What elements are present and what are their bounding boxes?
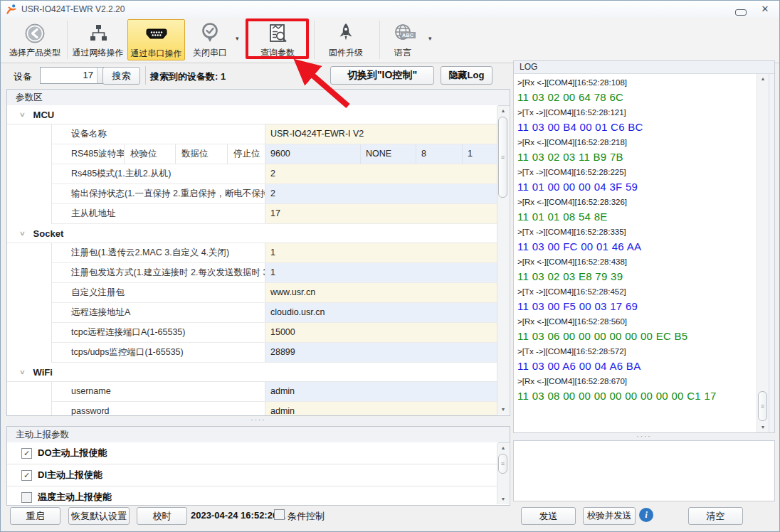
app-logo-icon — [6, 4, 17, 15]
param-value-input[interactable]: 9600 — [265, 144, 361, 164]
clear-button[interactable]: 清空 — [688, 507, 743, 525]
annotation-highlight-box — [246, 18, 309, 59]
param-value-input[interactable]: NONE — [361, 144, 416, 164]
param-label: 自定义注册包 — [52, 283, 265, 302]
section-title: Socket — [33, 228, 64, 239]
scroll-down-icon[interactable]: ▼ — [497, 494, 509, 504]
param-value-input[interactable]: admin — [265, 402, 498, 415]
tree-expanded-icon[interactable]: ∨ — [19, 368, 26, 376]
param-label: 输出保持状态(1.一直保持 2.重启保持，断电不保持 3.不 — [52, 184, 265, 203]
condition-control-checkbox[interactable] — [274, 509, 285, 520]
chevron-down-icon[interactable]: ▾ — [428, 35, 432, 42]
hide-log-button[interactable]: 隐藏Log — [441, 66, 492, 85]
toolbar-button-firmware-upgrade[interactable]: 固件升级 — [318, 19, 374, 60]
scroll-up-icon[interactable]: ▲ — [497, 443, 509, 453]
param-row: 主从机地址 17 — [51, 204, 498, 224]
param-row: 注册包(1.透传云2.MAC 3.自定义 4.关闭) 1 — [51, 243, 498, 263]
log-meta: >[Rx <-][COM4][16:52:28:108] — [517, 76, 756, 89]
scroll-down-icon[interactable]: ▼ — [497, 405, 509, 415]
param-label: RS485波特率 — [52, 144, 125, 164]
info-icon[interactable]: i — [639, 508, 653, 522]
toolbar-button-label: 通过网络操作 — [73, 48, 124, 58]
scroll-thumb[interactable]: ≡ — [498, 117, 507, 198]
scroll-thumb[interactable]: ≡ — [498, 454, 507, 474]
param-value-input[interactable]: cloudio.usr.cn — [265, 303, 498, 322]
title-bar: USR-IO424T-EWR V2.2.20 — [1, 1, 779, 18]
toolbar-button-label: 选择产品类型 — [9, 48, 60, 58]
param-label: 校验位 — [125, 144, 176, 164]
send-input[interactable] — [513, 440, 775, 501]
toolbar-button-network-operate[interactable]: 通过网络操作 — [69, 19, 127, 60]
toolbar-button-select-product[interactable]: 选择产品类型 — [4, 19, 65, 60]
tree-expanded-icon[interactable]: ∨ — [19, 111, 26, 118]
toolbar-button-language[interactable]: ABC 语言 — [384, 19, 422, 60]
param-value-input[interactable]: www.usr.cn — [265, 283, 498, 302]
log-hex: 11 03 00 FC 00 01 46 AA — [517, 238, 756, 255]
log-hex: 11 01 00 00 00 04 3F 59 — [517, 179, 756, 196]
checkbox-temp-report[interactable] — [21, 492, 32, 503]
param-value-input[interactable]: 15000 — [265, 323, 498, 342]
param-value-input[interactable]: 28899 — [265, 343, 498, 362]
abc-badge: ABC — [401, 32, 416, 38]
timestamp-text: 2023-04-24 16:52:26 1 — [191, 510, 285, 521]
restart-button[interactable]: 重启 — [10, 507, 60, 525]
toolbar-button-close-serial[interactable]: 关闭串口 — [187, 19, 233, 60]
param-label: password — [52, 402, 265, 415]
param-label: 主从机地址 — [52, 204, 265, 223]
param-value-input[interactable]: admin — [265, 382, 498, 401]
param-value-input[interactable]: USR-IO424T-EWR-I V2 — [265, 124, 498, 144]
log-messages: >[Rx <-][COM4][16:52:28:108] 11 03 02 00… — [517, 76, 756, 432]
scroll-down-icon[interactable]: ▼ — [757, 422, 769, 432]
checkbox-di-report[interactable]: ✓ — [21, 470, 32, 481]
section-wifi-header[interactable]: ∨ WiFi — [7, 363, 498, 382]
report-row: ✓ DI主动上报使能 — [7, 464, 498, 486]
log-group: LOG >[Rx <-][COM4][16:52:28:108] 11 03 0… — [513, 60, 775, 433]
log-scrollbar[interactable]: ▲ ≡ ▼ — [757, 74, 769, 432]
param-value-input[interactable]: 1 — [463, 144, 498, 164]
report-area-group: 主动上报参数 ✓ DO主动上报使能 ✓ DI主动上报使能 温度主动上报使能 ▲ … — [6, 426, 510, 506]
report-scrollbar[interactable]: ▲ ≡ ▼ — [497, 443, 509, 504]
param-label: username — [52, 382, 265, 401]
param-value-input[interactable]: 1 — [265, 243, 498, 262]
scroll-up-icon[interactable]: ▲ — [497, 106, 509, 116]
tree-expanded-icon[interactable]: ∨ — [19, 230, 26, 237]
log-meta: >[Rx <-][COM4][16:52:28:670] — [517, 375, 756, 388]
horizontal-splitter-left[interactable]: ···· — [6, 417, 510, 425]
section-socket-header[interactable]: ∨ Socket — [7, 224, 498, 243]
log-hex: 11 03 02 03 E8 79 39 — [517, 268, 756, 285]
param-label: 数据位 — [176, 144, 228, 164]
splitter-dots-icon: ···· — [251, 416, 265, 424]
close-button[interactable]: ✕ — [759, 3, 771, 16]
scroll-thumb[interactable]: ≡ — [758, 391, 767, 421]
toolbar-button-label: 固件升级 — [329, 48, 363, 58]
param-value-input[interactable]: 2 — [265, 184, 498, 203]
check-pin-icon — [199, 19, 221, 48]
send-button[interactable]: 发送 — [521, 507, 576, 525]
search-button[interactable]: 搜索 — [102, 67, 140, 85]
splitter-dots-icon: ···· — [636, 432, 651, 440]
param-scrollbar[interactable]: ▲ ≡ ▼ — [497, 106, 509, 415]
report-item-label: DI主动上报使能 — [38, 469, 102, 482]
horizontal-splitter-right[interactable]: ···· — [513, 434, 775, 440]
minimize-button[interactable] — [735, 9, 747, 16]
device-value[interactable]: 17 — [41, 68, 96, 83]
scroll-up-icon[interactable]: ▲ — [757, 74, 769, 84]
switch-io-button[interactable]: 切换到"IO控制" — [330, 66, 434, 85]
check-icon: ✓ — [23, 471, 30, 479]
verify-send-button[interactable]: 校验并发送 — [583, 507, 636, 525]
chevron-down-icon[interactable]: ▾ — [236, 35, 239, 42]
param-label: tcps/udps监控端口(1-65535) — [52, 343, 265, 362]
checkbox-do-report[interactable]: ✓ — [21, 448, 32, 459]
param-value-input[interactable]: 1 — [265, 263, 498, 282]
param-row: RS485波特率 校验位 数据位 停止位 9600 NONE 8 1 — [51, 144, 498, 164]
time-sync-button[interactable]: 校时 — [137, 507, 187, 525]
log-hex: 11 03 08 00 00 00 00 00 00 00 00 C1 17 — [517, 388, 756, 405]
restore-defaults-button[interactable]: 恢复默认设置 — [68, 507, 130, 525]
section-mcu-header[interactable]: ∨ MCU — [7, 105, 498, 124]
param-value-input[interactable]: 17 — [265, 204, 498, 223]
toolbar-button-serial-operate[interactable]: 通过串口操作 — [127, 19, 185, 60]
param-value-input[interactable]: 8 — [416, 144, 463, 164]
toolbar: 选择产品类型 通过网络操作 — [1, 18, 779, 63]
param-value-input[interactable]: 2 — [265, 164, 498, 183]
device-label: 设备 — [14, 70, 32, 83]
